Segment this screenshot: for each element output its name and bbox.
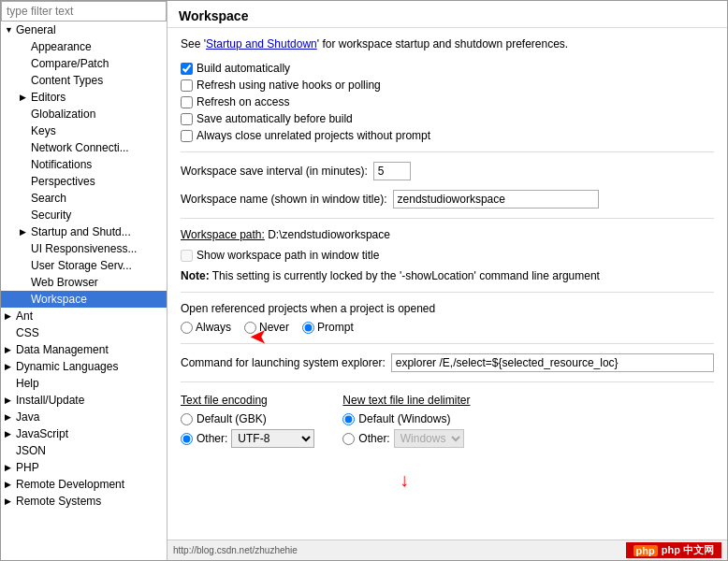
- sidebar-item-remote_dev[interactable]: ▶Remote Development: [1, 476, 167, 493]
- encoding-default-radio[interactable]: [181, 413, 193, 425]
- tree-arrow-general: ▼: [5, 25, 16, 35]
- sidebar-label-remote_dev: Remote Development: [16, 478, 163, 491]
- sidebar-item-data_management[interactable]: ▶Data Management: [1, 341, 167, 358]
- note-row: Note: This setting is currently locked b…: [181, 269, 714, 282]
- newline-select[interactable]: Windows Unix Mac: [394, 429, 464, 448]
- php-badge: php: [633, 545, 658, 556]
- sidebar-item-notifications[interactable]: Notifications: [1, 156, 167, 173]
- checkbox-close_unrelated[interactable]: [181, 130, 193, 142]
- save-interval-row: Workspace save interval (in minutes): 5: [181, 162, 714, 180]
- radio-label-always[interactable]: Always: [181, 321, 231, 334]
- sidebar-item-general[interactable]: ▼General: [1, 22, 167, 38]
- tree-container: ▼GeneralAppearanceCompare/PatchContent T…: [1, 22, 167, 560]
- sidebar-label-editors: Editors: [31, 91, 163, 104]
- tree-arrow-install_update: ▶: [5, 396, 16, 405]
- sidebar-item-search[interactable]: Search: [1, 190, 167, 207]
- checkbox-row-refresh_native: Refresh using native hooks or polling: [181, 79, 714, 92]
- show-path-row: Show workspace path in window title: [181, 249, 714, 262]
- save-interval-input[interactable]: 5: [373, 162, 411, 180]
- command-label: Command for launching system explorer:: [181, 356, 386, 369]
- radio-never[interactable]: [244, 322, 256, 334]
- show-path-checkbox: [181, 250, 193, 262]
- sidebar-label-dynamic_languages: Dynamic Languages: [16, 360, 163, 373]
- workspace-name-row: Workspace name (shown in window title): …: [181, 190, 714, 209]
- sidebar-item-javascript[interactable]: ▶JavaScript: [1, 425, 167, 442]
- note-text: This setting is currently locked by the …: [210, 269, 600, 282]
- sidebar-item-remote_systems[interactable]: ▶Remote Systems: [1, 493, 167, 510]
- sidebar-label-search: Search: [31, 192, 163, 205]
- open-projects-radios: Always Never Prompt: [181, 321, 714, 334]
- radio-always[interactable]: [181, 322, 193, 334]
- text-encoding-title: Text file encoding: [181, 394, 314, 407]
- content-body: See 'Startup and Shutdown' for workspace…: [167, 28, 727, 560]
- sidebar-label-content_types: Content Types: [31, 74, 163, 87]
- tree-arrow-php: ▶: [5, 463, 16, 472]
- encoding-other-radio[interactable]: [181, 433, 193, 445]
- sidebar-label-perspectives: Perspectives: [31, 175, 163, 188]
- sidebar-item-php[interactable]: ▶PHP: [1, 459, 167, 476]
- newline-other-radio[interactable]: [342, 433, 355, 445]
- sidebar-item-user_storage[interactable]: User Storage Serv...: [1, 257, 167, 274]
- newline-other-label: Other:: [358, 432, 389, 445]
- workspace-name-input[interactable]: zendstudioworkspace: [393, 190, 599, 209]
- checkbox-refresh_native[interactable]: [181, 79, 193, 92]
- sidebar-item-compare_patch[interactable]: Compare/Patch: [1, 55, 167, 72]
- sidebar-label-help: Help: [16, 377, 163, 390]
- newline-default-radio[interactable]: [342, 413, 355, 425]
- content-wrapper: Workspace See 'Startup and Shutdown' for…: [167, 1, 727, 560]
- sidebar: ▼GeneralAppearanceCompare/PatchContent T…: [1, 1, 167, 560]
- checkbox-row-refresh_access: Refresh on access: [181, 95, 714, 108]
- radio-label-prompt[interactable]: Prompt: [302, 321, 354, 334]
- sidebar-item-editors[interactable]: ▶Editors: [1, 89, 167, 106]
- sidebar-item-startup_shutdown[interactable]: ▶Startup and Shutd...: [1, 223, 167, 240]
- encoding-select[interactable]: UTF-8 GBK UTF-16 ISO-8859-1: [231, 429, 314, 448]
- sidebar-item-security[interactable]: Security: [1, 207, 167, 223]
- sidebar-label-globalization: Globalization: [31, 108, 163, 121]
- sidebar-item-java[interactable]: ▶Java: [1, 409, 167, 425]
- page-title: Workspace: [179, 8, 716, 23]
- sidebar-label-javascript: JavaScript: [16, 427, 163, 440]
- radio-prompt[interactable]: [302, 322, 314, 334]
- checkbox-save_auto[interactable]: [181, 113, 193, 125]
- sidebar-item-css[interactable]: CSS: [1, 324, 167, 341]
- newline-title: New text file line delimiter: [342, 394, 470, 407]
- encoding-default-row: Default (GBK): [181, 412, 314, 425]
- checkbox-build_auto[interactable]: [181, 63, 193, 75]
- sidebar-label-network_conn: Network Connecti...: [31, 141, 163, 154]
- watermark-bar: http://blog.csdn.net/zhuzhehie php php 中…: [167, 539, 727, 560]
- sidebar-item-ant[interactable]: ▶Ant: [1, 308, 167, 324]
- encoding-other-row: Other: UTF-8 GBK UTF-16 ISO-8859-1: [181, 429, 314, 448]
- startup-shutdown-link[interactable]: Startup and Shutdown: [206, 37, 317, 50]
- sidebar-item-web_browser[interactable]: Web Browser: [1, 274, 167, 291]
- newline-default-row: Default (Windows): [342, 412, 470, 425]
- sidebar-item-dynamic_languages[interactable]: ▶Dynamic Languages: [1, 358, 167, 375]
- sidebar-item-json[interactable]: JSON: [1, 442, 167, 459]
- sidebar-item-content_types[interactable]: Content Types: [1, 72, 167, 89]
- workspace-path-value: D:\zendstudioworkspace: [268, 228, 390, 241]
- radio-label-never[interactable]: Never: [244, 321, 289, 334]
- tree-arrow-remote_dev: ▶: [5, 480, 16, 489]
- sidebar-item-perspectives[interactable]: Perspectives: [1, 173, 167, 190]
- tree-arrow-javascript: ▶: [5, 429, 16, 439]
- sidebar-item-ui_responsiveness[interactable]: UI Responsiveness...: [1, 240, 167, 257]
- checkbox-row-build_auto: Build automatically: [181, 62, 714, 75]
- sidebar-item-globalization[interactable]: Globalization: [1, 106, 167, 122]
- sidebar-item-install_update[interactable]: ▶Install/Update: [1, 392, 167, 409]
- content-header: Workspace: [167, 1, 727, 28]
- encoding-default-label: Default (GBK): [197, 412, 267, 425]
- sidebar-label-general: General: [16, 23, 163, 36]
- command-input[interactable]: explorer /E,/select=${selected_resource_…: [391, 353, 714, 372]
- sidebar-label-ui_responsiveness: UI Responsiveness...: [31, 242, 163, 255]
- sidebar-label-workspace: Workspace: [31, 293, 163, 306]
- description: See 'Startup and Shutdown' for workspace…: [181, 37, 714, 50]
- sidebar-item-keys[interactable]: Keys: [1, 122, 167, 139]
- sidebar-item-workspace[interactable]: Workspace: [1, 291, 167, 308]
- checkbox-label-close_unrelated: Always close unrelated projects without …: [197, 129, 430, 142]
- sidebar-item-network_conn[interactable]: Network Connecti...: [1, 139, 167, 156]
- sidebar-item-appearance[interactable]: Appearance: [1, 38, 167, 55]
- filter-input[interactable]: [1, 1, 167, 22]
- sidebar-item-help[interactable]: Help: [1, 375, 167, 392]
- checkbox-refresh_access[interactable]: [181, 96, 193, 108]
- tree-arrow-dynamic_languages: ▶: [5, 362, 16, 371]
- checkbox-row-save_auto: Save automatically before build: [181, 112, 714, 125]
